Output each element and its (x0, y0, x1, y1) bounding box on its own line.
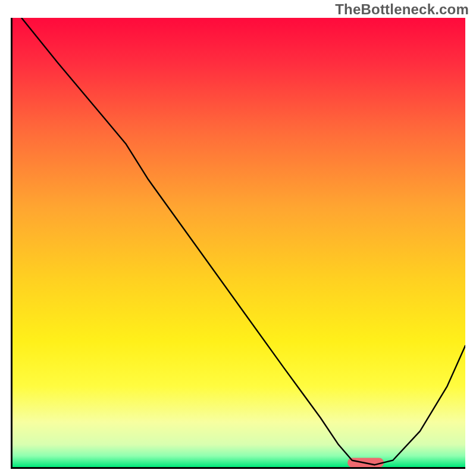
plot-area (11, 18, 465, 469)
gradient-background (12, 18, 465, 467)
chart-frame: TheBottleneck.com (0, 0, 476, 476)
chart-svg (12, 18, 465, 467)
watermark-text: TheBottleneck.com (335, 1, 469, 18)
